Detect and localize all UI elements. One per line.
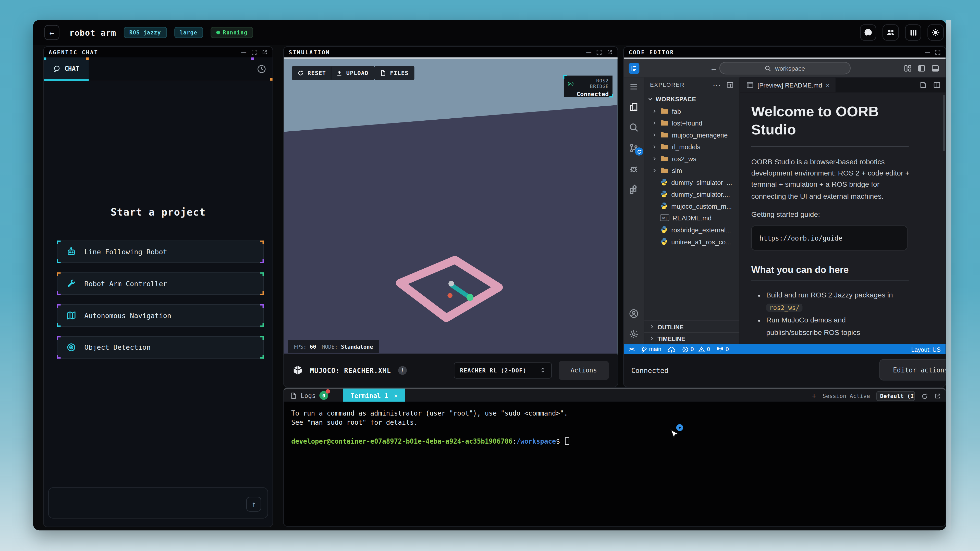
file-row[interactable]: unitree_a1_ros_co... bbox=[644, 235, 739, 248]
updown-chevron-icon bbox=[540, 367, 546, 374]
sun-icon bbox=[931, 28, 940, 37]
model-preset-select[interactable]: REACHER RL (2-DOF) bbox=[454, 362, 552, 378]
readme-preview[interactable]: Welcome to OORB Studio OORB Studio is a … bbox=[740, 92, 946, 344]
project-object-detection-button[interactable]: Object Detection bbox=[57, 336, 264, 359]
github-button[interactable] bbox=[860, 24, 877, 41]
open-changes-icon[interactable] bbox=[919, 81, 927, 89]
terminal-tab-bar: Logs 0 Terminal 1 × + Session Active Def… bbox=[284, 388, 945, 402]
project-line-following-button[interactable]: Line Following Robot bbox=[57, 241, 264, 263]
folder-row[interactable]: mujoco_menagerie bbox=[644, 129, 739, 141]
extensions-icon[interactable] bbox=[629, 184, 639, 194]
terminal-cursor bbox=[565, 437, 570, 445]
project-autonomous-nav-button[interactable]: Autonomous Navigation bbox=[57, 304, 264, 327]
file-row[interactable]: dummy_simulator_... bbox=[644, 176, 739, 188]
file-row[interactable]: dummy_simulator.... bbox=[644, 188, 739, 200]
upload-button[interactable]: UPLOAD bbox=[331, 66, 374, 80]
cube-icon bbox=[293, 365, 303, 375]
folder-row[interactable]: fab bbox=[644, 105, 739, 117]
folder-icon bbox=[660, 130, 669, 139]
close-icon[interactable]: × bbox=[394, 392, 398, 399]
popout-icon[interactable] bbox=[934, 393, 940, 399]
layout-columns-button[interactable] bbox=[905, 24, 921, 41]
toggle-sidebar-icon[interactable] bbox=[918, 64, 926, 72]
project-robot-arm-button[interactable]: Robot Arm Controller bbox=[57, 272, 264, 295]
chat-input[interactable]: ↑ bbox=[48, 487, 268, 518]
reset-label: RESET bbox=[307, 70, 326, 76]
debug-marker bbox=[86, 57, 89, 60]
reset-button[interactable]: RESET bbox=[292, 66, 332, 80]
file-row[interactable]: M↓README.md bbox=[644, 212, 739, 224]
popout-icon[interactable] bbox=[607, 49, 612, 55]
tab-logs[interactable]: Logs 0 bbox=[284, 391, 334, 400]
maximize-icon[interactable] bbox=[935, 49, 941, 55]
folder-name: mujoco_menagerie bbox=[672, 131, 728, 138]
tab-chat[interactable]: CHAT bbox=[44, 57, 89, 81]
send-button[interactable]: ↑ bbox=[246, 497, 261, 512]
ports-indicator[interactable]: 0 bbox=[716, 345, 729, 353]
file-row[interactable]: mujoco_custom_m... bbox=[644, 200, 739, 212]
search-activity-icon[interactable] bbox=[629, 122, 639, 132]
folder-row[interactable]: rl_models bbox=[644, 141, 739, 152]
workspace-search-box[interactable]: workspace bbox=[719, 62, 850, 74]
branch-indicator[interactable]: main bbox=[640, 346, 661, 353]
more-actions-icon[interactable]: ··· bbox=[713, 82, 721, 89]
editor-area: [Preview] README.md × Welcome to OORB St… bbox=[740, 78, 946, 345]
files-button[interactable]: FILES bbox=[374, 66, 414, 80]
tab-readme-preview[interactable]: [Preview] README.md × bbox=[740, 78, 837, 93]
folder-row[interactable]: ros2_ws bbox=[644, 152, 739, 165]
menu-hamburger-icon[interactable] bbox=[629, 83, 638, 91]
outline-section[interactable]: OUTLINE bbox=[644, 321, 739, 332]
terminal-profile-select[interactable]: Default (I bbox=[876, 391, 915, 401]
new-terminal-icon[interactable]: + bbox=[812, 392, 816, 400]
problems-indicator[interactable]: 0 0 bbox=[682, 346, 710, 353]
minimize-icon[interactable]: — bbox=[241, 49, 246, 55]
ros-version-badge: ROS jazzy bbox=[124, 27, 167, 38]
maximize-icon[interactable] bbox=[251, 49, 257, 55]
editor-window-controls: — bbox=[925, 49, 940, 55]
simulation-viewport[interactable]: RESET UPLOAD FILES ROS2 BRIDGE Connected bbox=[284, 57, 617, 355]
search-icon bbox=[764, 65, 771, 71]
timeline-section[interactable]: TIMELINE bbox=[644, 332, 739, 345]
mode-label: MODE: bbox=[322, 343, 338, 349]
source-control-icon[interactable] bbox=[629, 143, 639, 153]
python-icon bbox=[660, 238, 668, 246]
views-icon[interactable] bbox=[726, 81, 734, 89]
split-editor-icon[interactable] bbox=[933, 81, 940, 89]
info-icon[interactable]: i bbox=[398, 366, 407, 375]
cursor-arrow-icon bbox=[670, 429, 680, 440]
theme-toggle-button[interactable] bbox=[928, 24, 944, 41]
maximize-icon[interactable] bbox=[596, 49, 602, 55]
remote-indicator[interactable]: >< bbox=[629, 346, 634, 352]
back-button[interactable]: ← bbox=[45, 25, 59, 40]
account-icon[interactable] bbox=[629, 309, 639, 319]
close-icon[interactable]: × bbox=[826, 82, 829, 89]
refresh-icon[interactable] bbox=[921, 392, 928, 400]
debug-marker bbox=[270, 78, 272, 81]
editor-actions-button[interactable]: Editor actions bbox=[880, 359, 946, 380]
terminal-output[interactable]: To run a command as administrator (user … bbox=[284, 402, 945, 526]
settings-gear-icon[interactable] bbox=[629, 329, 639, 339]
workspace-root-row[interactable]: WORKSPACE bbox=[644, 92, 739, 105]
top-bar: ← robot arm ROS jazzy large Running bbox=[33, 20, 946, 45]
debug-icon[interactable] bbox=[629, 164, 639, 174]
layout-indicator[interactable]: Layout: US bbox=[912, 346, 941, 353]
folder-row[interactable]: sim bbox=[644, 164, 739, 176]
editor-scrollbar[interactable] bbox=[943, 95, 945, 151]
minimize-icon[interactable]: — bbox=[586, 49, 591, 55]
customize-layout-icon[interactable] bbox=[904, 64, 912, 72]
history-clock-icon[interactable] bbox=[257, 64, 266, 74]
collaborators-button[interactable] bbox=[883, 24, 899, 41]
actions-button[interactable]: Actions bbox=[558, 361, 609, 380]
explorer-activity-icon[interactable] bbox=[629, 102, 639, 112]
tab-terminal-1[interactable]: Terminal 1 × bbox=[343, 389, 405, 402]
file-row[interactable]: rosbridge_external... bbox=[644, 224, 739, 236]
popout-icon[interactable] bbox=[262, 49, 267, 55]
toggle-panel-icon[interactable] bbox=[931, 64, 939, 72]
nav-back-icon[interactable]: ← bbox=[710, 64, 718, 73]
vscode-logo-icon[interactable] bbox=[629, 63, 640, 73]
folder-icon bbox=[660, 166, 669, 174]
cloud-sync-icon[interactable] bbox=[668, 345, 676, 353]
signal-icon bbox=[568, 81, 574, 87]
folder-row[interactable]: lost+found bbox=[644, 117, 739, 129]
minimize-icon[interactable]: — bbox=[925, 49, 930, 55]
